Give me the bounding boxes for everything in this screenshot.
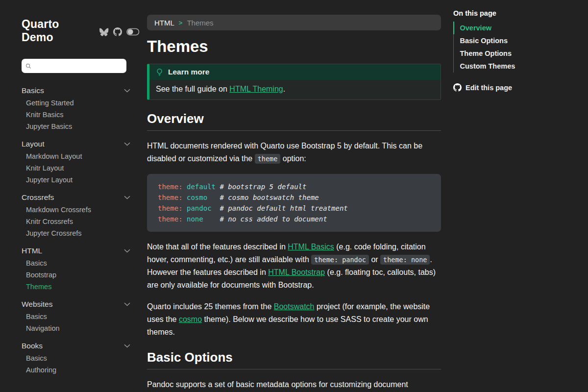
sidebar-section-label: Websites [22,298,52,311]
sidebar-item-jupyter-layout[interactable]: Jupyter Layout [22,174,130,186]
sidebar-item-basics[interactable]: Basics [22,311,130,322]
callout-title: Learn more [168,68,209,76]
sidebar-item-navigation[interactable]: Navigation [22,322,130,334]
callout-learn-more: Learn more See the full guide on HTML Th… [147,64,441,100]
nav-section-basics: BasicsGetting StartedKnitr BasicsJupyter… [22,84,130,132]
callout-body: See the full guide on HTML Theming. [149,80,441,99]
sidebar-item-jupyter-crossrefs[interactable]: Jupyter Crossrefs [22,227,130,239]
search-input[interactable] [34,62,122,70]
nav-section-html: HTMLBasicsBootstrapThemes [22,245,130,293]
toc-list: OverviewBasic OptionsTheme OptionsCustom… [453,22,581,73]
toc-title: On this page [453,9,581,17]
nav-section-layout: LayoutMarkdown LayoutKnitr LayoutJupyter… [22,138,130,186]
bluesky-icon[interactable] [99,28,109,36]
paragraph: Note that all of the features described … [147,241,441,292]
chevron-down-icon [124,249,130,253]
nav-section-crossrefs: CrossrefsMarkdown CrossrefsKnitr Crossre… [22,191,130,239]
section-heading-overview: Overview [147,111,441,126]
chevron-down-icon [124,196,130,199]
paragraph: Pandoc supports a set of basic metadata … [147,378,441,392]
lightbulb-icon [156,68,163,76]
code-block: theme: default # bootstrap 5 defaultthem… [147,174,441,232]
sidebar-item-jupyter-basics[interactable]: Jupyter Basics [22,121,130,132]
code-line: theme: default # bootstrap 5 default [158,181,430,192]
toc-item-overview[interactable]: Overview [453,22,581,34]
inline-code: theme [255,154,281,164]
breadcrumb-current: Themes [187,19,213,27]
sidebar-item-basics[interactable]: Basics [22,257,130,269]
sidebar-section-websites[interactable]: Websites [22,298,130,311]
code-line: theme: none # no css added to document [158,214,430,224]
sidebar-nav: BasicsGetting StartedKnitr BasicsJupyter… [22,84,130,376]
toc-item-theme-options[interactable]: Theme Options [453,47,581,60]
sidebar-section-label: HTML [22,245,42,257]
section-heading-basic-options: Basic Options [147,349,441,365]
edit-this-page-label: Edit this page [466,84,512,92]
edit-this-page-link[interactable]: Edit this page [453,83,581,92]
link-bootswatch[interactable]: Bootswatch [274,302,315,311]
breadcrumb-link-html[interactable]: HTML [154,19,174,27]
paragraph: Quarto includes 25 themes from the Boots… [147,300,441,339]
breadcrumb: HTML > Themes [147,15,441,30]
link-html-theming[interactable]: HTML Theming [229,85,283,93]
sidebar-item-knitr-basics[interactable]: Knitr Basics [22,109,130,121]
sidebar: Quarto Demo BasicsGetting StartedKnitr B… [0,0,140,392]
sidebar-section-label: Layout [22,138,45,150]
sidebar-item-authoring[interactable]: Authoring [22,364,130,376]
article-content: OverviewHTML documents rendered with Qua… [147,111,441,392]
link-cosmo[interactable]: cosmo [179,315,202,323]
github-icon [453,83,462,92]
sidebar-item-getting-started[interactable]: Getting Started [22,97,130,109]
chevron-down-icon [124,142,130,146]
github-icon[interactable] [113,27,122,36]
sidebar-section-layout[interactable]: Layout [22,138,130,150]
sidebar-section-label: Basics [22,84,44,97]
sidebar-item-knitr-layout[interactable]: Knitr Layout [22,162,130,174]
sidebar-section-label: Crossrefs [22,191,54,204]
sidebar-section-crossrefs[interactable]: Crossrefs [22,191,130,204]
nav-section-websites: WebsitesBasicsNavigation [22,298,130,334]
sidebar-item-bootstrap[interactable]: Bootstrap [22,269,130,281]
chevron-down-icon [124,302,130,306]
heading-rule [147,369,441,369]
chevron-down-icon [124,344,130,348]
breadcrumb-separator-icon: > [179,19,183,26]
sidebar-item-basics[interactable]: Basics [22,352,130,364]
link-html-bootstrap[interactable]: HTML Bootstrap [268,268,325,276]
paragraph: HTML documents rendered with Quarto use … [147,140,441,165]
code-line: theme: pandoc # pandoc default html trea… [158,203,430,214]
nav-section-books: BooksBasicsAuthoring [22,340,130,376]
link-html-basics[interactable]: HTML Basics [288,243,334,251]
toc-item-basic-options[interactable]: Basic Options [453,34,581,47]
heading-rule [147,130,441,131]
toc-item-custom-themes[interactable]: Custom Themes [453,60,581,73]
chevron-down-icon [124,89,130,93]
brand-row: Quarto Demo [22,18,140,44]
site-title[interactable]: Quarto Demo [22,18,93,44]
sidebar-item-themes[interactable]: Themes [22,281,130,293]
theme-toggle-icon[interactable] [126,28,140,36]
sidebar-section-label: Books [22,340,43,352]
search-box[interactable] [22,59,126,73]
sidebar-section-basics[interactable]: Basics [22,84,130,97]
sidebar-item-knitr-crossrefs[interactable]: Knitr Crossrefs [22,216,130,227]
sidebar-section-books[interactable]: Books [22,340,130,352]
main-column: HTML > Themes Themes Learn more See the … [147,15,441,392]
toc: On this page OverviewBasic OptionsTheme … [453,9,581,92]
sidebar-section-html[interactable]: HTML [22,245,130,257]
inline-code: theme: pandoc [311,255,369,265]
callout-header: Learn more [149,64,441,80]
search-icon [25,63,31,70]
page-title: Themes [147,37,441,56]
inline-code: theme: none [380,255,430,265]
code-line: theme: cosmo # cosmo bootswatch theme [158,192,430,203]
sidebar-item-markdown-crossrefs[interactable]: Markdown Crossrefs [22,204,130,216]
sidebar-item-markdown-layout[interactable]: Markdown Layout [22,150,130,162]
